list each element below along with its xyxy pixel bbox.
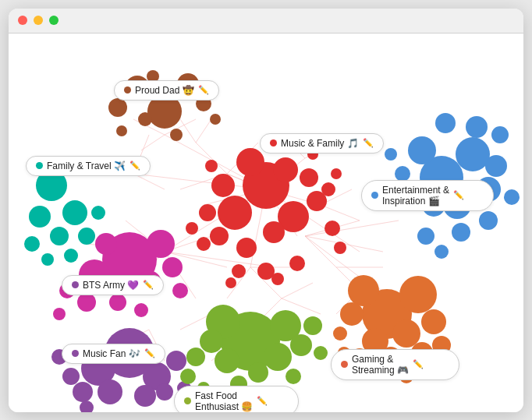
svg-point-115: [78, 228, 95, 245]
edit-icon-family-travel[interactable]: ✏️: [129, 161, 140, 171]
edit-icon-bts-army[interactable]: ✏️: [143, 280, 154, 290]
label-dot-family-travel: [36, 162, 43, 169]
svg-point-66: [210, 114, 221, 125]
svg-point-100: [485, 155, 507, 177]
svg-point-165: [340, 302, 364, 326]
svg-point-72: [273, 157, 298, 182]
red-cluster: [186, 148, 346, 288]
label-text-fast-food: Fast Food Enthusiast 🍔: [195, 390, 253, 412]
svg-point-77: [210, 227, 229, 245]
edit-icon-fast-food[interactable]: ✏️: [257, 396, 268, 406]
label-dot-gaming: [341, 361, 348, 368]
edit-icon-entertainment[interactable]: ✏️: [453, 190, 464, 200]
label-dot-fast-food: [184, 397, 191, 404]
svg-line-45: [180, 119, 196, 143]
svg-point-173: [333, 326, 347, 341]
svg-point-138: [166, 351, 186, 371]
svg-point-106: [504, 189, 520, 205]
close-button[interactable]: [18, 16, 27, 25]
label-dot-music-fan: [72, 350, 79, 357]
svg-line-29: [133, 174, 165, 189]
svg-point-64: [170, 129, 183, 141]
svg-point-153: [303, 316, 322, 335]
label-music-family: Music & Family 🎵 ✏️: [260, 133, 384, 154]
svg-point-150: [290, 334, 312, 356]
svg-point-91: [331, 168, 342, 179]
svg-point-122: [147, 230, 175, 258]
svg-point-128: [172, 283, 188, 298]
svg-point-157: [314, 346, 328, 360]
svg-line-44: [196, 119, 211, 143]
svg-line-19: [305, 236, 336, 267]
label-text-music-family: Music & Family 🎵: [281, 138, 359, 149]
label-bts-army: BTS Army 💜 ✏️: [62, 275, 164, 295]
svg-point-130: [134, 303, 148, 317]
svg-point-137: [73, 382, 93, 402]
svg-point-102: [479, 211, 498, 230]
svg-point-117: [91, 206, 105, 220]
svg-point-108: [434, 245, 449, 259]
label-text-gaming: Gaming & Streaming 🎮: [352, 354, 409, 376]
label-gaming: Gaming & Streaming 🎮 ✏️: [331, 349, 459, 380]
minimize-button[interactable]: [34, 16, 43, 25]
svg-point-136: [134, 385, 156, 407]
label-dot-entertainment: [371, 192, 378, 199]
label-text-bts-army: BTS Army 💜: [83, 280, 139, 291]
edit-icon-proud-dad[interactable]: ✏️: [198, 85, 209, 95]
label-dot-bts-army: [72, 281, 79, 288]
svg-point-104: [417, 228, 434, 245]
edit-icon-gaming[interactable]: ✏️: [413, 359, 424, 369]
label-proud-dad: Proud Dad 🤠 ✏️: [114, 80, 219, 101]
svg-point-75: [236, 238, 257, 258]
svg-point-118: [64, 249, 78, 263]
green-cluster: [180, 305, 328, 394]
svg-point-63: [138, 112, 152, 126]
svg-line-40: [282, 283, 313, 298]
svg-point-71: [236, 148, 264, 176]
svg-point-88: [334, 242, 346, 254]
svg-point-95: [408, 136, 436, 164]
purple-cluster: [51, 328, 191, 412]
label-dot-music-family: [270, 139, 277, 146]
edit-icon-music-family[interactable]: ✏️: [363, 138, 374, 148]
svg-point-67: [116, 125, 127, 136]
svg-point-148: [215, 348, 239, 373]
svg-point-125: [162, 257, 183, 277]
svg-point-86: [186, 222, 198, 235]
svg-point-84: [321, 182, 335, 196]
svg-point-131: [53, 308, 66, 320]
svg-point-103: [452, 223, 470, 242]
svg-point-82: [289, 256, 305, 271]
svg-point-89: [205, 160, 218, 172]
svg-point-151: [248, 362, 268, 383]
svg-point-160: [399, 276, 437, 313]
svg-point-147: [264, 343, 292, 371]
svg-point-80: [199, 204, 216, 221]
svg-point-81: [325, 221, 340, 236]
maximize-button[interactable]: [49, 16, 59, 25]
svg-point-119: [41, 253, 54, 266]
network-canvas: Proud Dad 🤠 ✏️ Family & Travel ✈️ ✏️ Mus…: [9, 34, 523, 412]
svg-point-99: [466, 116, 488, 138]
svg-point-139: [156, 383, 173, 401]
label-text-proud-dad: Proud Dad 🤠: [135, 85, 194, 96]
svg-point-124: [95, 233, 117, 255]
title-bar: [9, 9, 523, 34]
svg-point-112: [62, 200, 87, 225]
label-fast-food: Fast Food Enthusiast 🍔 ✏️: [174, 386, 299, 412]
svg-point-127: [109, 294, 126, 311]
svg-point-107: [395, 166, 410, 182]
svg-point-152: [186, 348, 205, 366]
svg-point-113: [29, 206, 51, 228]
svg-point-140: [62, 368, 80, 385]
svg-point-114: [50, 227, 69, 245]
teal-cluster: [24, 170, 105, 266]
svg-point-164: [421, 309, 446, 334]
svg-point-161: [348, 275, 379, 306]
svg-point-105: [491, 126, 509, 143]
svg-line-47: [321, 205, 360, 221]
label-dot-proud-dad: [124, 86, 131, 94]
svg-point-110: [385, 148, 397, 161]
edit-icon-music-fan[interactable]: ✏️: [144, 348, 155, 358]
svg-point-85: [197, 237, 211, 251]
